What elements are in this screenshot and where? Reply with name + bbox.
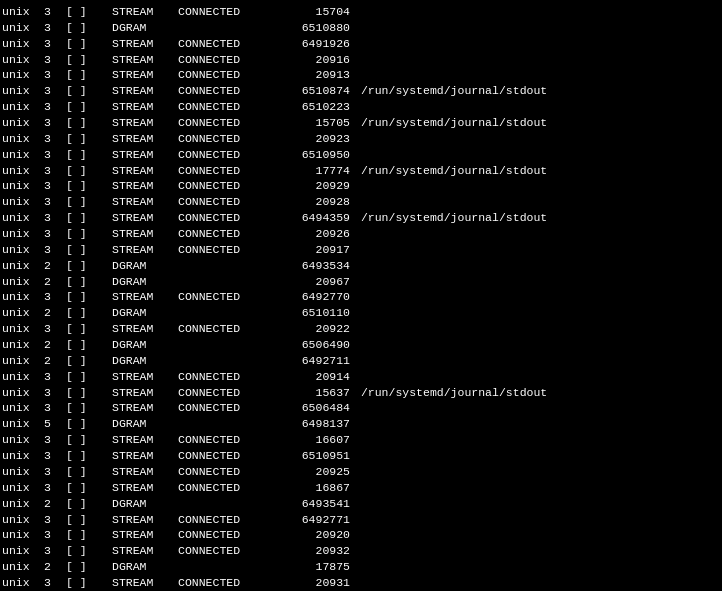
col-type: STREAM [104,289,174,305]
col-ref: 2 [44,353,66,369]
col-ref: 3 [44,242,66,258]
col-flags: [ ] [66,464,104,480]
col-flags: [ ] [66,496,104,512]
col-proto: unix [2,131,44,147]
table-row: unix3[ ]STREAMCONNECTED17774 /run/system… [2,163,720,179]
col-state: CONNECTED [174,178,274,194]
table-row: unix3[ ]STREAMCONNECTED6494359 /run/syst… [2,210,720,226]
table-row: unix3[ ]STREAMCONNECTED20925 [2,464,720,480]
col-type: STREAM [104,543,174,559]
col-flags: [ ] [66,369,104,385]
table-row: unix3[ ]STREAMCONNECTED6510950 [2,147,720,163]
col-proto: unix [2,480,44,496]
col-type: DGRAM [104,337,174,353]
col-flags: [ ] [66,210,104,226]
col-inode: 6491926 [274,36,354,52]
col-path: /run/systemd/journal/stdout [354,83,547,99]
col-inode: 6493541 [274,496,354,512]
col-flags: [ ] [66,131,104,147]
col-type: STREAM [104,194,174,210]
col-proto: unix [2,337,44,353]
col-state: CONNECTED [174,369,274,385]
table-row: unix3[ ]DGRAM6510880 [2,20,720,36]
col-ref: 3 [44,432,66,448]
table-row: unix2[ ]DGRAM6506490 [2,337,720,353]
col-type: STREAM [104,226,174,242]
table-row: unix3[ ]STREAMCONNECTED6492771 [2,512,720,528]
col-inode: 6506484 [274,400,354,416]
col-type: STREAM [104,527,174,543]
col-proto: unix [2,305,44,321]
table-row: unix3[ ]STREAMCONNECTED15637 /run/system… [2,385,720,401]
col-proto: unix [2,20,44,36]
col-proto: unix [2,36,44,52]
col-proto: unix [2,163,44,179]
col-flags: [ ] [66,226,104,242]
col-ref: 3 [44,83,66,99]
col-flags: [ ] [66,67,104,83]
col-flags: [ ] [66,4,104,20]
col-proto: unix [2,321,44,337]
col-ref: 3 [44,369,66,385]
col-proto: unix [2,496,44,512]
col-type: STREAM [104,115,174,131]
table-row: unix2[ ]DGRAM17875 [2,559,720,575]
col-inode: 20928 [274,194,354,210]
col-type: STREAM [104,432,174,448]
table-row: unix3[ ]STREAMCONNECTED20916 [2,52,720,68]
col-inode: 6492770 [274,289,354,305]
col-state: CONNECTED [174,67,274,83]
col-proto: unix [2,226,44,242]
col-state: CONNECTED [174,432,274,448]
col-type: STREAM [104,147,174,163]
col-inode: 20923 [274,131,354,147]
col-ref: 2 [44,274,66,290]
col-ref: 3 [44,385,66,401]
table-row: unix3[ ]STREAMCONNECTED6510874 /run/syst… [2,83,720,99]
col-ref: 2 [44,337,66,353]
col-type: STREAM [104,369,174,385]
col-inode: 20916 [274,52,354,68]
col-proto: unix [2,210,44,226]
col-proto: unix [2,67,44,83]
col-type: STREAM [104,242,174,258]
col-ref: 2 [44,305,66,321]
col-flags: [ ] [66,163,104,179]
col-type: DGRAM [104,305,174,321]
col-state [174,353,274,369]
col-proto: unix [2,353,44,369]
col-state: CONNECTED [174,52,274,68]
col-flags: [ ] [66,385,104,401]
table-row: unix2[ ]DGRAM6493534 [2,258,720,274]
table-row: unix3[ ]STREAMCONNECTED20913 [2,67,720,83]
col-proto: unix [2,83,44,99]
col-ref: 3 [44,575,66,591]
table-row: unix3[ ]STREAMCONNECTED6492770 [2,289,720,305]
col-state: CONNECTED [174,147,274,163]
col-type: STREAM [104,400,174,416]
col-ref: 2 [44,559,66,575]
col-state: CONNECTED [174,194,274,210]
col-state [174,416,274,432]
col-proto: unix [2,543,44,559]
col-proto: unix [2,242,44,258]
col-state: CONNECTED [174,400,274,416]
table-row: unix2[ ]DGRAM6492711 [2,353,720,369]
terminal: unix3[ ]STREAMCONNECTED15704unix3[ ]DGRA… [0,0,722,591]
col-proto: unix [2,289,44,305]
col-flags: [ ] [66,559,104,575]
col-type: STREAM [104,210,174,226]
table-row: unix2[ ]DGRAM6510110 [2,305,720,321]
col-flags: [ ] [66,400,104,416]
col-type: STREAM [104,36,174,52]
col-flags: [ ] [66,337,104,353]
col-flags: [ ] [66,52,104,68]
col-proto: unix [2,512,44,528]
col-inode: 20914 [274,369,354,385]
col-state: CONNECTED [174,543,274,559]
col-ref: 3 [44,131,66,147]
col-type: STREAM [104,448,174,464]
table-row: unix3[ ]STREAMCONNECTED16607 [2,432,720,448]
col-flags: [ ] [66,289,104,305]
col-inode: 6510223 [274,99,354,115]
